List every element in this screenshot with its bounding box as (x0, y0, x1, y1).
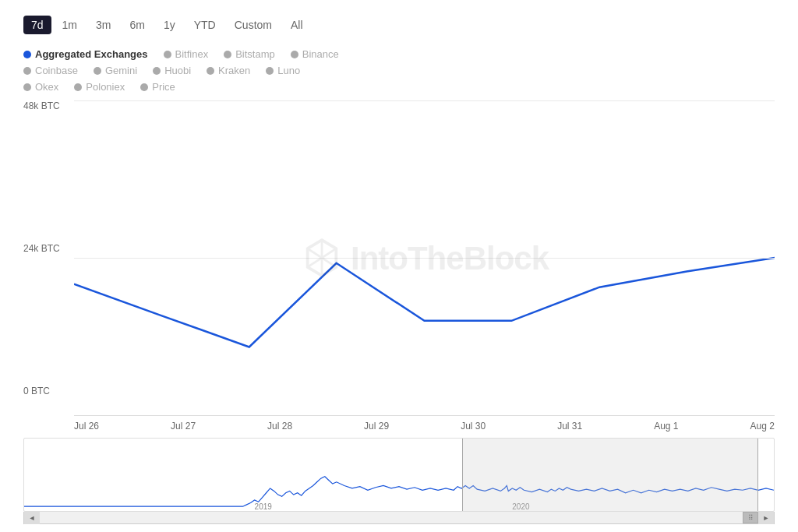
legend-item-coinbase[interactable]: Coinbase (23, 65, 78, 76)
time-btn-1y[interactable]: 1y (156, 16, 183, 34)
legend-item-aggregated-exchanges[interactable]: Aggregated Exchanges (23, 48, 148, 60)
x-axis-label: Aug 2 (750, 421, 775, 432)
mini-chart-inner: 2019 2020 (24, 439, 774, 511)
legend-item-huobi[interactable]: Huobi (153, 65, 191, 76)
scroll-thumb[interactable]: ⠿ (743, 512, 758, 523)
legend-label: Gemini (105, 65, 137, 76)
legend-label: Bitfinex (175, 48, 209, 60)
scroll-left-arrow[interactable]: ◄ (24, 512, 40, 524)
time-btn-3m[interactable]: 3m (88, 16, 118, 34)
chart-container: 7d1m3m6m1yYTDCustomAll Aggregated Exchan… (0, 0, 798, 532)
legend-label: Binance (302, 48, 339, 60)
legend-row: Aggregated ExchangesBitfinexBitstampBina… (23, 48, 775, 60)
grid-line-top (74, 100, 775, 101)
scroll-right-arrow[interactable]: ► (758, 512, 774, 524)
legend-row: OkexPoloniexPrice (23, 81, 775, 93)
legend-dot (224, 51, 231, 58)
y-axis-label: 48k BTC (23, 100, 60, 111)
svg-text:2019: 2019 (255, 501, 272, 511)
legend-dot (94, 67, 101, 75)
legend-item-okex[interactable]: Okex (23, 81, 58, 93)
legend-label: Luno (277, 65, 300, 76)
chart-area: 48k BTC24k BTC0 BTC IntoTheBlock (23, 100, 775, 432)
mini-chart-highlight (462, 439, 758, 511)
x-axis-label: Jul 28 (267, 421, 292, 432)
grid-line-mid (74, 258, 775, 259)
chart-legend: Aggregated ExchangesBitfinexBitstampBina… (23, 48, 775, 93)
legend-dot (23, 83, 31, 91)
legend-item-binance[interactable]: Binance (291, 48, 339, 60)
legend-dot (23, 51, 31, 58)
scrollbar[interactable]: ◄ ⠿ ► (23, 512, 775, 524)
x-axis-label: Jul 29 (364, 421, 389, 432)
time-btn-6m[interactable]: 6m (122, 16, 152, 34)
x-axis-label: Jul 31 (557, 421, 582, 432)
legend-dot (266, 67, 274, 75)
legend-item-luno[interactable]: Luno (266, 65, 300, 76)
legend-dot (291, 51, 298, 58)
time-btn-ytd[interactable]: YTD (186, 16, 224, 34)
legend-dot (153, 67, 161, 75)
legend-label: Kraken (218, 65, 250, 76)
legend-label: Coinbase (35, 65, 78, 76)
legend-dot (140, 83, 148, 91)
legend-dot (164, 51, 171, 58)
mini-chart-container: 2019 2020 (23, 438, 775, 512)
time-btn-all[interactable]: All (283, 16, 311, 34)
time-btn-1m[interactable]: 1m (55, 16, 85, 34)
scroll-track[interactable]: ⠿ (40, 512, 758, 523)
legend-label: Poloniex (86, 81, 125, 93)
legend-item-kraken[interactable]: Kraken (207, 65, 250, 76)
legend-item-bitstamp[interactable]: Bitstamp (224, 48, 275, 60)
time-btn-7d[interactable]: 7d (23, 16, 51, 34)
legend-item-bitfinex[interactable]: Bitfinex (164, 48, 209, 60)
legend-label: Price (152, 81, 175, 93)
legend-row: CoinbaseGeminiHuobiKrakenLuno (23, 65, 775, 76)
y-axis: 48k BTC24k BTC0 BTC (23, 100, 74, 416)
legend-item-price[interactable]: Price (140, 81, 175, 93)
legend-item-gemini[interactable]: Gemini (94, 65, 137, 76)
x-axis: Jul 26Jul 27Jul 28Jul 29Jul 30Jul 31Aug … (74, 416, 775, 432)
legend-dot (23, 67, 31, 75)
legend-label: Aggregated Exchanges (35, 48, 148, 60)
x-axis-label: Jul 30 (461, 421, 486, 432)
main-chart: 48k BTC24k BTC0 BTC IntoTheBlock (23, 100, 775, 416)
y-axis-label: 0 BTC (23, 386, 50, 396)
legend-item-poloniex[interactable]: Poloniex (74, 81, 125, 93)
legend-dot (74, 83, 82, 91)
legend-label: Okex (35, 81, 58, 93)
x-axis-label: Jul 27 (171, 421, 196, 432)
chart-body: IntoTheBlock (74, 100, 775, 416)
legend-label: Huobi (164, 65, 191, 76)
legend-label: Bitstamp (235, 48, 275, 60)
time-range-selector: 7d1m3m6m1yYTDCustomAll (23, 16, 775, 34)
y-axis-label: 24k BTC (23, 243, 60, 254)
x-axis-label: Jul 26 (74, 421, 99, 432)
time-btn-custom[interactable]: Custom (227, 16, 280, 34)
legend-dot (207, 67, 214, 75)
x-axis-label: Aug 1 (654, 421, 678, 432)
